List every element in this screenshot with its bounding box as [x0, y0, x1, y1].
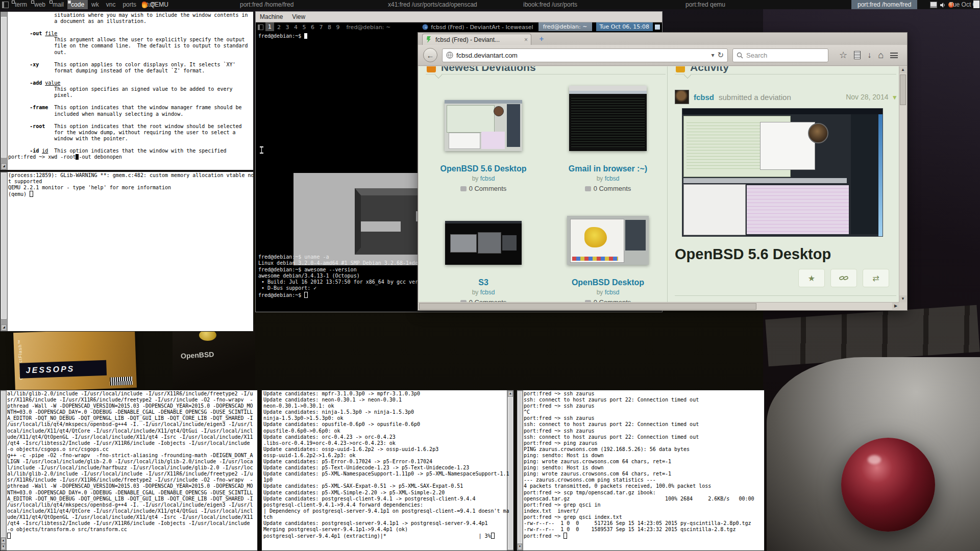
guest-layout-icon[interactable]	[258, 24, 263, 30]
thumb-detail	[502, 235, 517, 251]
comments-row[interactable]: 0 Comments	[460, 185, 507, 192]
terminal-output: port:fred ~> ssh zaurus ssh: connect to …	[524, 391, 754, 539]
scroll-up-box[interactable]: ▲	[1, 538, 6, 544]
preview-detail	[760, 122, 815, 170]
author-link[interactable]: fcbsd	[605, 289, 620, 296]
deviantart-favicon	[426, 36, 432, 43]
menu-hamburger-icon[interactable]	[890, 53, 898, 58]
guest-tag-1-selected[interactable]: 1	[265, 22, 274, 32]
thumb-detail	[572, 257, 618, 261]
scroll-down-box[interactable]: ▼	[1, 544, 6, 550]
deviation-grid: OpenBSD 5.6 Desktop by fcbsd 0 Comments	[426, 86, 666, 303]
deviation-title[interactable]: OpenBSD 5.6 Desktop	[440, 164, 527, 173]
bookmark-star-icon[interactable]: ☆	[839, 51, 847, 59]
tab-deviantart[interactable]: fcbsd (Fred) - Deviant... ×	[422, 34, 531, 45]
scrollbar-thumb[interactable]	[518, 391, 522, 543]
scrollbar-thumb[interactable]	[1, 173, 7, 319]
author-link[interactable]: fcbsd	[480, 175, 495, 182]
scrollbar[interactable]: ▲ ▼	[1, 390, 7, 550]
avatar[interactable]	[675, 90, 689, 104]
guest-task-iceweasel[interactable]: fcbsd (Fred) - DeviantArt - Iceweasel	[422, 24, 533, 31]
tag-web[interactable]: web	[31, 0, 49, 9]
search-field[interactable]: Search	[732, 48, 828, 62]
favourite-button[interactable]: ★	[798, 269, 825, 287]
thumb-detail	[449, 133, 480, 149]
column-divider	[667, 66, 668, 303]
scrollbar[interactable]: ▼	[517, 390, 523, 550]
deviation-thumbnail[interactable]	[567, 216, 649, 265]
scroll-up-arrow[interactable]: ▲	[899, 66, 906, 73]
globe-icon	[446, 52, 453, 59]
activity-deviation-preview[interactable]	[682, 108, 883, 237]
guest-terminal-output: fred@debian:~$ uname -a Linux debian 3.2…	[258, 254, 421, 298]
taskbar-qemu-entry[interactable]: QEMU	[142, 0, 168, 9]
scrollbar-thumb[interactable]	[1, 391, 6, 537]
tag-term[interactable]: term	[11, 0, 31, 9]
url-text[interactable]: fcbsd.deviantart.com	[456, 52, 708, 59]
activity-user-link[interactable]: fcbsd	[694, 93, 714, 102]
comment-bubble-icon	[585, 186, 591, 191]
scroll-down-box[interactable]: ▼	[518, 544, 522, 550]
deviation-thumbnail[interactable]	[569, 86, 647, 151]
speaker-icon[interactable]	[940, 2, 946, 8]
scrollbar-end-box[interactable]: ◢	[1, 163, 7, 169]
deviation-title[interactable]: S3	[478, 278, 488, 287]
tab-close-icon[interactable]: ×	[524, 36, 528, 43]
scroll-down-arrow[interactable]: ▼	[899, 295, 906, 303]
section-icon	[676, 66, 685, 72]
scrollbar-thumb[interactable]	[1, 17, 7, 158]
star-icon: ★	[808, 273, 815, 283]
horizontal-scrollbar[interactable]: ▶	[419, 302, 899, 310]
tag-ports[interactable]: ports	[119, 0, 140, 9]
layout-icon[interactable]	[2, 2, 9, 8]
url-bar[interactable]: fcbsd.deviantart.com ▾ ↻	[442, 48, 728, 62]
menu-view[interactable]: View	[292, 13, 305, 20]
deviation-thumbnail[interactable]	[445, 100, 522, 151]
qemu-task-label: QEMU	[150, 0, 168, 9]
tag-label: mail	[53, 1, 64, 8]
iceweasel-task-title: fcbsd (Fred) - DeviantArt - Iceweasel	[431, 24, 533, 31]
author-link[interactable]: fcbsd	[480, 289, 495, 296]
thumb-slot	[569, 86, 647, 151]
new-tab-button[interactable]: +	[536, 35, 547, 43]
deviation-title[interactable]: Gmail in browser :~)	[569, 164, 647, 173]
activity-deviation-title[interactable]: OpenBSD 5.6 Desktop	[675, 246, 896, 263]
bookmarks-menu-icon[interactable]	[854, 51, 861, 59]
home-icon[interactable]: ⌂	[878, 51, 884, 59]
preview-detail	[851, 114, 878, 234]
deviation-thumbnail[interactable]	[445, 221, 522, 265]
share-link-button[interactable]	[830, 269, 857, 287]
guest-tags[interactable]: 2 3 4 5 6 7 8 9	[274, 24, 344, 31]
menu-machine[interactable]: Machine	[260, 13, 283, 20]
deviation-byline: by fcbsd	[597, 289, 620, 296]
scrollbar-thumb[interactable]	[419, 303, 756, 310]
comments-row[interactable]: 0 Comments	[585, 185, 631, 192]
repost-button[interactable]: ⇄	[863, 269, 889, 287]
scrollbar-end-box[interactable]: ◢	[1, 324, 7, 331]
vertical-scrollbar[interactable]: ▲ ▼	[899, 66, 906, 303]
scrollbar[interactable]: ◢	[1, 12, 8, 170]
scrollbar[interactable]: ◢	[1, 172, 8, 331]
deviation-title[interactable]: OpenBSD Desktop	[572, 278, 644, 287]
screen-title-3: ibook:fred /usr/ports	[523, 0, 577, 9]
reload-icon[interactable]: ↻	[717, 51, 724, 60]
guest-task-terminal-focused[interactable]: fred@debian: ~	[538, 22, 592, 32]
thumb-detail	[478, 232, 501, 254]
ibeam-mouse-cursor	[260, 146, 263, 154]
journal-section-header: Journal	[675, 295, 896, 303]
tag-wk[interactable]: wk	[88, 0, 103, 9]
guest-terminal-title: fred@debian: ~	[346, 24, 390, 31]
scroll-right-arrow[interactable]: ▶	[892, 303, 899, 310]
keyboard-tray-icon[interactable]	[930, 2, 937, 8]
url-dropdown-icon[interactable]: ▾	[711, 52, 714, 59]
preview-detail	[683, 178, 847, 183]
author-link[interactable]: fcbsd	[605, 175, 620, 182]
tag-vnc[interactable]: vnc	[103, 0, 119, 9]
scrollbar-thumb[interactable]	[900, 74, 906, 105]
downloads-icon[interactable]: ↓	[867, 51, 871, 59]
systray-white-icon[interactable]	[973, 1, 979, 8]
tag-code-selected[interactable]: code	[67, 0, 88, 9]
chevron-down-icon[interactable]: ▾	[893, 93, 896, 101]
back-button[interactable]: ←	[423, 48, 437, 62]
tag-mail[interactable]: mail	[49, 0, 67, 9]
